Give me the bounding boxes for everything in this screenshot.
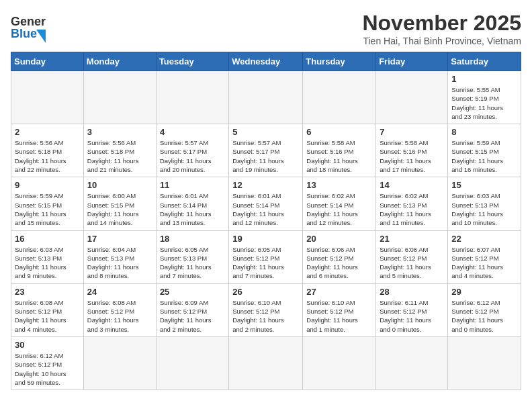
- day-info: Sunrise: 5:56 AM Sunset: 5:18 PM Dayligh…: [87, 138, 152, 174]
- calendar-cell: 10Sunrise: 6:00 AM Sunset: 5:15 PM Dayli…: [83, 177, 156, 230]
- calendar-cell: 6Sunrise: 5:58 AM Sunset: 5:16 PM Daylig…: [303, 124, 376, 177]
- day-number: 23: [15, 287, 80, 297]
- svg-marker-2: [36, 30, 46, 43]
- calendar-cell: 21Sunrise: 6:06 AM Sunset: 5:12 PM Dayli…: [376, 230, 448, 283]
- calendar-cell: 8Sunrise: 5:59 AM Sunset: 5:15 PM Daylig…: [448, 124, 521, 177]
- month-title: November 2025: [362, 11, 521, 36]
- day-info: Sunrise: 5:55 AM Sunset: 5:19 PM Dayligh…: [451, 85, 517, 121]
- day-info: Sunrise: 6:09 AM Sunset: 5:12 PM Dayligh…: [160, 298, 225, 334]
- day-info: Sunrise: 5:56 AM Sunset: 5:18 PM Dayligh…: [15, 138, 80, 174]
- column-header-wednesday: Wednesday: [229, 52, 303, 71]
- day-info: Sunrise: 6:08 AM Sunset: 5:12 PM Dayligh…: [87, 298, 152, 334]
- svg-text:General: General: [11, 15, 46, 28]
- calendar-cell: 15Sunrise: 6:03 AM Sunset: 5:13 PM Dayli…: [448, 177, 521, 230]
- day-info: Sunrise: 6:06 AM Sunset: 5:12 PM Dayligh…: [380, 245, 444, 281]
- calendar-cell: 11Sunrise: 6:01 AM Sunset: 5:14 PM Dayli…: [156, 177, 228, 230]
- calendar-cell: [156, 71, 228, 124]
- calendar-cell: 9Sunrise: 5:59 AM Sunset: 5:15 PM Daylig…: [11, 177, 84, 230]
- day-info: Sunrise: 6:05 AM Sunset: 5:13 PM Dayligh…: [160, 245, 225, 281]
- day-number: 30: [15, 340, 80, 350]
- calendar-cell: 4Sunrise: 5:57 AM Sunset: 5:17 PM Daylig…: [156, 124, 228, 177]
- calendar-week-row: 30Sunrise: 6:12 AM Sunset: 5:12 PM Dayli…: [11, 336, 521, 390]
- day-number: 27: [306, 287, 372, 297]
- day-info: Sunrise: 6:06 AM Sunset: 5:12 PM Dayligh…: [306, 245, 372, 281]
- day-info: Sunrise: 6:07 AM Sunset: 5:12 PM Dayligh…: [451, 245, 517, 281]
- calendar-table: SundayMondayTuesdayWednesdayThursdayFrid…: [11, 52, 521, 390]
- day-number: 11: [160, 180, 225, 190]
- day-number: 6: [306, 127, 372, 137]
- calendar-cell: [376, 336, 448, 390]
- calendar-cell: 26Sunrise: 6:10 AM Sunset: 5:12 PM Dayli…: [229, 283, 303, 336]
- day-number: 19: [232, 234, 299, 244]
- day-info: Sunrise: 6:03 AM Sunset: 5:13 PM Dayligh…: [451, 191, 517, 227]
- calendar-cell: 27Sunrise: 6:10 AM Sunset: 5:12 PM Dayli…: [303, 283, 376, 336]
- day-number: 8: [451, 127, 517, 137]
- day-number: 18: [160, 234, 225, 244]
- day-number: 12: [232, 180, 299, 190]
- day-info: Sunrise: 6:11 AM Sunset: 5:12 PM Dayligh…: [380, 298, 444, 334]
- calendar-cell: 23Sunrise: 6:08 AM Sunset: 5:12 PM Dayli…: [11, 283, 84, 336]
- day-info: Sunrise: 5:59 AM Sunset: 5:15 PM Dayligh…: [15, 191, 80, 227]
- day-info: Sunrise: 6:01 AM Sunset: 5:14 PM Dayligh…: [160, 191, 225, 227]
- column-header-saturday: Saturday: [448, 52, 521, 71]
- day-info: Sunrise: 5:57 AM Sunset: 5:17 PM Dayligh…: [160, 138, 225, 174]
- calendar-week-row: 16Sunrise: 6:03 AM Sunset: 5:13 PM Dayli…: [11, 230, 521, 283]
- calendar-cell: [303, 336, 376, 390]
- calendar-cell: [83, 71, 156, 124]
- column-header-thursday: Thursday: [303, 52, 376, 71]
- column-header-sunday: Sunday: [11, 52, 84, 71]
- day-number: 24: [87, 287, 152, 297]
- calendar-cell: 19Sunrise: 6:05 AM Sunset: 5:12 PM Dayli…: [229, 230, 303, 283]
- calendar-cell: 3Sunrise: 5:56 AM Sunset: 5:18 PM Daylig…: [83, 124, 156, 177]
- calendar-header-row: SundayMondayTuesdayWednesdayThursdayFrid…: [11, 52, 521, 71]
- calendar-cell: [156, 336, 228, 390]
- day-number: 7: [380, 127, 444, 137]
- day-info: Sunrise: 6:02 AM Sunset: 5:14 PM Dayligh…: [306, 191, 372, 227]
- day-info: Sunrise: 5:57 AM Sunset: 5:17 PM Dayligh…: [232, 138, 299, 174]
- calendar-cell: [448, 336, 521, 390]
- calendar-cell: [229, 71, 303, 124]
- day-number: 29: [451, 287, 517, 297]
- day-number: 14: [380, 180, 444, 190]
- logo: General Blue: [11, 11, 46, 43]
- calendar-cell: 18Sunrise: 6:05 AM Sunset: 5:13 PM Dayli…: [156, 230, 228, 283]
- calendar-cell: 28Sunrise: 6:11 AM Sunset: 5:12 PM Dayli…: [376, 283, 448, 336]
- column-header-monday: Monday: [83, 52, 156, 71]
- day-info: Sunrise: 6:12 AM Sunset: 5:12 PM Dayligh…: [451, 298, 517, 334]
- day-info: Sunrise: 6:03 AM Sunset: 5:13 PM Dayligh…: [15, 245, 80, 281]
- day-info: Sunrise: 6:00 AM Sunset: 5:15 PM Dayligh…: [87, 191, 152, 227]
- title-section: November 2025 Tien Hai, Thai Binh Provin…: [362, 11, 521, 46]
- day-number: 16: [15, 234, 80, 244]
- day-info: Sunrise: 6:10 AM Sunset: 5:12 PM Dayligh…: [232, 298, 299, 334]
- calendar-week-row: 2Sunrise: 5:56 AM Sunset: 5:18 PM Daylig…: [11, 124, 521, 177]
- calendar-week-row: 9Sunrise: 5:59 AM Sunset: 5:15 PM Daylig…: [11, 177, 521, 230]
- day-number: 20: [306, 234, 372, 244]
- calendar-cell: 24Sunrise: 6:08 AM Sunset: 5:12 PM Dayli…: [83, 283, 156, 336]
- day-info: Sunrise: 6:10 AM Sunset: 5:12 PM Dayligh…: [306, 298, 372, 334]
- day-number: 17: [87, 234, 152, 244]
- calendar-week-row: 23Sunrise: 6:08 AM Sunset: 5:12 PM Dayli…: [11, 283, 521, 336]
- day-number: 1: [451, 74, 517, 84]
- day-number: 21: [380, 234, 444, 244]
- day-info: Sunrise: 6:08 AM Sunset: 5:12 PM Dayligh…: [15, 298, 80, 334]
- calendar-cell: 5Sunrise: 5:57 AM Sunset: 5:17 PM Daylig…: [229, 124, 303, 177]
- day-number: 13: [306, 180, 372, 190]
- calendar-cell: 16Sunrise: 6:03 AM Sunset: 5:13 PM Dayli…: [11, 230, 84, 283]
- day-info: Sunrise: 5:59 AM Sunset: 5:15 PM Dayligh…: [451, 138, 517, 174]
- page-header: General Blue November 2025 Tien Hai, Tha…: [11, 11, 521, 46]
- day-info: Sunrise: 6:02 AM Sunset: 5:13 PM Dayligh…: [380, 191, 444, 227]
- day-info: Sunrise: 5:58 AM Sunset: 5:16 PM Dayligh…: [306, 138, 372, 174]
- day-info: Sunrise: 6:01 AM Sunset: 5:14 PM Dayligh…: [232, 191, 299, 227]
- day-info: Sunrise: 6:04 AM Sunset: 5:13 PM Dayligh…: [87, 245, 152, 281]
- day-number: 28: [380, 287, 444, 297]
- calendar-cell: 30Sunrise: 6:12 AM Sunset: 5:12 PM Dayli…: [11, 336, 84, 390]
- column-header-friday: Friday: [376, 52, 448, 71]
- calendar-cell: 2Sunrise: 5:56 AM Sunset: 5:18 PM Daylig…: [11, 124, 84, 177]
- column-header-tuesday: Tuesday: [156, 52, 228, 71]
- calendar-cell: [376, 71, 448, 124]
- day-number: 4: [160, 127, 225, 137]
- day-info: Sunrise: 6:12 AM Sunset: 5:12 PM Dayligh…: [15, 351, 80, 387]
- calendar-week-row: 1Sunrise: 5:55 AM Sunset: 5:19 PM Daylig…: [11, 71, 521, 124]
- calendar-cell: 29Sunrise: 6:12 AM Sunset: 5:12 PM Dayli…: [448, 283, 521, 336]
- day-number: 9: [15, 180, 80, 190]
